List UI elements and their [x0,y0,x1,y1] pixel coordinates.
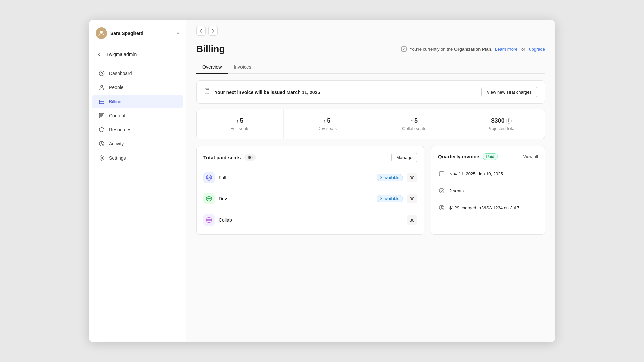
topbar [186,20,555,36]
plan-notice: You're currently on the Organization Pla… [401,46,545,52]
seat-row-full: Full 3 available 30 [197,167,424,188]
invoice-notice: Your next invoice will be issued March 1… [196,80,545,104]
projected-total-value: $300 [491,117,505,124]
svg-point-0 [100,31,103,33]
sidebar-item-label-settings: Settings [109,155,126,161]
back-icon [96,51,103,58]
dev-seats-arrow: ↑ [324,118,326,123]
check-circle-icon [438,187,445,194]
collab-seat-icon [203,214,215,226]
svg-rect-4 [99,100,104,104]
sidebar-item-activity[interactable]: Activity [92,137,183,150]
full-seat-icon [203,172,215,183]
learn-more-link[interactable]: Learn more [495,47,517,52]
invoice-file-icon [204,88,211,96]
invoice-charge-text: $129 charged to VISA 1234 on Jul 7 [449,205,519,210]
sidebar-item-label-content: Content [109,113,125,118]
main-content: Billing You're currently on the Organiza… [186,20,555,342]
or-text: or [520,47,526,52]
workspace-item[interactable]: Twigma admin [89,45,186,63]
quarterly-invoice-panel: Quarterly invoice Paid View all [431,146,545,235]
svg-point-3 [101,85,103,87]
people-icon [98,84,105,91]
billing-tabs: Overview Invoices [196,61,545,74]
resources-icon [98,126,105,133]
full-seat-count: 30 [407,173,417,182]
quarterly-header: Quarterly invoice Paid View all [431,146,545,165]
view-new-seat-charges-button[interactable]: View new seat charges [481,87,537,97]
collab-seats-label: Collab seats [402,126,426,131]
workspace-label: Twigma admin [106,52,137,57]
sidebar-item-billing[interactable]: Billing [92,95,183,108]
paid-seats-title-text: Total paid seats [203,155,241,160]
seats-count-badge: 90 [244,154,256,161]
svg-point-2 [101,73,103,74]
app-window: Sara Spaghetti ▾ Twigma admin Dashb [89,20,555,342]
sidebar-item-resources[interactable]: Resources [92,123,183,136]
sidebar-nav: Dashboard People [89,63,186,342]
page-title: Billing [196,44,225,54]
collab-seat-count: 30 [407,215,417,225]
svg-point-12 [210,177,211,178]
tab-overview[interactable]: Overview [196,61,228,74]
invoice-date-range-text: Nov 11, 2025–Jan 10, 2025 [449,171,503,176]
settings-icon [98,155,105,161]
dev-seats-value: 5 [327,117,330,124]
full-seat-name: Full [219,175,377,180]
forward-button[interactable] [208,26,218,36]
paid-seats-header: Total paid seats 90 Manage [197,146,424,167]
sidebar-item-settings[interactable]: Settings [92,151,183,165]
svg-rect-20 [439,172,444,176]
collab-seats-value: 5 [414,117,418,124]
invoice-charge-row: $129 charged to VISA 1234 on Jul 7 [431,199,545,216]
full-seats-arrow: ↑ [236,118,239,123]
page-header: Billing You're currently on the Organiza… [196,44,545,54]
quarterly-title-text: Quarterly invoice [438,154,479,159]
sidebar-item-dashboard[interactable]: Dashboard [92,67,183,80]
seats-summary: ↑ 5 Full seats ↑ 5 Dev seats ↑ 5 [196,109,545,139]
chevron-down-icon: ▾ [177,31,179,36]
svg-point-18 [207,219,209,221]
dev-seat-name: Dev [219,196,377,201]
manage-button[interactable]: Manage [391,153,417,162]
invoice-seats-row: 2 seats [431,182,545,199]
content-area: Billing You're currently on the Organiza… [186,36,555,342]
full-seats-value: 5 [240,117,244,124]
dev-seats-label: Dev seats [317,126,337,131]
collab-seats-metric: ↑ 5 Collab seats [371,109,458,139]
svg-point-16 [208,198,210,200]
back-button[interactable] [196,26,206,36]
projected-total-label: Projected total [487,126,515,131]
paid-seats-panel: Total paid seats 90 Manage [196,146,424,235]
tab-invoices[interactable]: Invoices [228,61,257,74]
view-all-button[interactable]: View all [523,153,538,160]
info-icon[interactable]: i [506,118,512,124]
svg-point-11 [207,177,208,178]
full-seats-label: Full seats [231,126,250,131]
user-menu[interactable]: Sara Spaghetti ▾ [89,20,186,45]
upgrade-link[interactable]: upgrade [529,47,545,52]
sidebar-item-content[interactable]: Content [92,109,183,122]
svg-point-14 [207,178,208,179]
dev-available-badge: 3 available [377,195,403,202]
sidebar-item-people[interactable]: People [92,81,183,94]
invoice-notice-text: Your next invoice will be issued March 1… [215,89,320,95]
invoice-date-range-row: Nov 11, 2025–Jan 10, 2025 [431,165,545,182]
bottom-panels: Total paid seats 90 Manage [196,146,545,235]
quarterly-title: Quarterly invoice Paid [438,153,498,160]
full-available-badge: 3 available [377,174,403,181]
collab-seat-name: Collab [219,217,407,223]
sidebar-item-label-dashboard: Dashboard [109,71,132,76]
seat-row-dev: Dev 3 available 30 [197,188,424,209]
sidebar-item-label-billing: Billing [109,99,121,104]
activity-icon [98,140,105,147]
dev-seat-count: 30 [407,194,417,203]
plan-notice-text: You're currently on the Organization Pla… [410,47,492,52]
svg-point-21 [439,188,444,193]
invoice-seats-text: 2 seats [449,188,464,193]
billing-icon [98,98,105,105]
avatar [96,27,107,39]
invoice-notice-left: Your next invoice will be issued March 1… [204,88,320,96]
dev-seats-metric: ↑ 5 Dev seats [284,109,371,139]
sidebar-item-label-people: People [109,85,124,90]
